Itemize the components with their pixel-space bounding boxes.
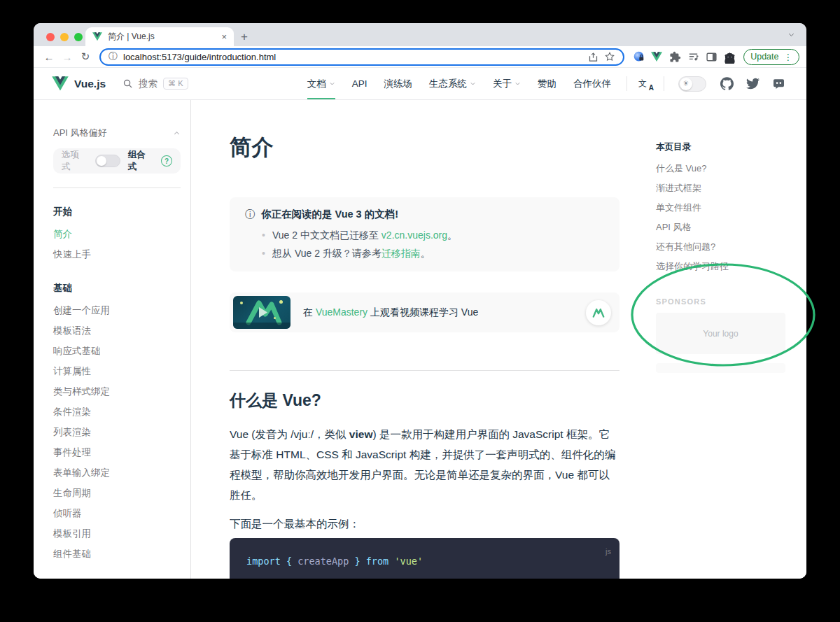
sidebar: API 风格偏好 选项式 组合式 ? 开始简介快速上手基础创建一个应用模板语法响…	[34, 100, 191, 579]
sponsor-placeholder[interactable]: Your logo	[656, 313, 785, 354]
traffic-lights	[46, 33, 83, 41]
tab-strip: 简介 | Vue.js × +	[34, 23, 806, 46]
new-tab-button[interactable]: +	[234, 27, 255, 46]
sidebar-item[interactable]: 快速上手	[53, 244, 181, 264]
toc-aside: 本页目录 什么是 Vue?渐进式框架单文件组件API 风格还有其他问题?选择你的…	[620, 100, 806, 579]
vuemastery-link[interactable]: VueMastery	[316, 306, 368, 318]
tab-search-chevron-icon[interactable]	[788, 31, 795, 38]
sidebar-item[interactable]: 组件基础	[53, 544, 181, 564]
vue-devtools-extension-icon[interactable]	[648, 48, 665, 65]
profile-avatar[interactable]	[721, 48, 738, 65]
info-link[interactable]: v2.cn.vuejs.org	[382, 229, 447, 241]
vue-logo[interactable]: Vue.js	[52, 68, 106, 99]
sidebar-item[interactable]: 计算属性	[53, 361, 181, 381]
composition-api-label[interactable]: 组合式	[128, 149, 154, 173]
nav-item[interactable]: 赞助	[529, 68, 565, 99]
vuemastery-logo-icon	[586, 300, 611, 325]
vuemastery-banner[interactable]: 在 VueMastery 上观看视频课程学习 Vue	[230, 292, 620, 332]
reload-button[interactable]: ↻	[77, 50, 94, 63]
sidebar-item[interactable]: 类与样式绑定	[53, 381, 181, 402]
sun-icon: ☀	[680, 78, 692, 90]
sponsors-label: SPONSORS	[656, 297, 806, 306]
info-bullet: 想从 Vue 2 升级？请参考迁移指南。	[262, 244, 604, 262]
github-link[interactable]	[720, 77, 734, 90]
sidebar-item[interactable]: 简介	[53, 224, 181, 244]
bookmark-star-icon[interactable]	[604, 51, 615, 62]
main-content: 简介 ⓘ 你正在阅读的是 Vue 3 的文档! Vue 2 中文文档已迁移至 v…	[191, 100, 620, 579]
info-link[interactable]: 迁移指南	[382, 248, 421, 259]
search-button[interactable]: 搜索 ⌘ K	[122, 68, 188, 99]
nav-item[interactable]: 演练场	[376, 68, 421, 99]
api-preference-header[interactable]: API 风格偏好	[53, 127, 181, 139]
sidebar-item[interactable]: 表单输入绑定	[53, 462, 181, 483]
sidebar-item[interactable]: 条件渲染	[53, 402, 181, 422]
chevron-down-icon	[329, 80, 335, 87]
sidebar-item[interactable]: 生命周期	[53, 483, 181, 503]
info-bullet-list: Vue 2 中文文档已迁移至 v2.cn.vuejs.org。想从 Vue 2 …	[262, 226, 604, 262]
help-icon[interactable]: ?	[161, 155, 172, 167]
nav-item[interactable]: 生态系统	[421, 68, 484, 99]
language-switch-button[interactable]: 文A	[634, 68, 657, 99]
code-line: import { createApp } from 'vue'	[246, 553, 603, 570]
extensions-puzzle-icon[interactable]	[666, 48, 683, 65]
toc-item[interactable]: API 风格	[656, 218, 806, 237]
toc-item[interactable]: 什么是 Vue?	[656, 159, 806, 178]
sidebar-group-title: 开始	[53, 206, 181, 218]
info-icon: ⓘ	[245, 208, 255, 221]
toc-item[interactable]: 单文件组件	[656, 198, 806, 218]
discord-link[interactable]	[772, 77, 785, 90]
github-icon	[720, 77, 734, 90]
search-icon	[122, 78, 133, 89]
zoom-window-button[interactable]	[74, 33, 83, 41]
site-info-icon[interactable]: ⓘ	[108, 50, 118, 63]
options-api-label[interactable]: 选项式	[62, 149, 88, 173]
sidebar-item[interactable]: 事件处理	[53, 442, 181, 462]
update-label: Update	[750, 52, 778, 62]
sidebar-item[interactable]: 响应式基础	[53, 341, 181, 361]
example-lead-paragraph: 下面是一个最基本的示例：	[230, 514, 620, 534]
info-title: 你正在阅读的是 Vue 3 的文档!	[261, 208, 398, 221]
url-text[interactable]: localhost:5173/guide/introduction.html	[123, 52, 582, 62]
close-window-button[interactable]	[46, 33, 55, 41]
sidebar-divider	[53, 188, 181, 188]
minimize-window-button[interactable]	[60, 33, 69, 41]
share-icon[interactable]	[588, 52, 598, 62]
browser-tab[interactable]: 简介 | Vue.js ×	[85, 27, 234, 46]
back-button[interactable]: ←	[41, 51, 57, 63]
tab-close-icon[interactable]: ×	[221, 32, 227, 41]
search-shortcut-badge: ⌘ K	[163, 78, 188, 90]
info-custom-block: ⓘ 你正在阅读的是 Vue 3 的文档! Vue 2 中文文档已迁移至 v2.c…	[230, 197, 620, 271]
toc-item[interactable]: 还有其他问题?	[656, 237, 806, 257]
video-thumbnail[interactable]	[233, 296, 290, 329]
nav-item[interactable]: API	[344, 68, 376, 99]
forward-button[interactable]: →	[59, 51, 76, 63]
header-nav: 文档API演练场生态系统关于赞助合作伙伴	[299, 68, 620, 99]
nav-item[interactable]: 关于	[484, 68, 529, 99]
address-bar[interactable]: ⓘ localhost:5173/guide/introduction.html	[99, 48, 624, 66]
toc-item[interactable]: 选择你的学习路径	[656, 257, 806, 276]
collapse-chevron-icon	[173, 129, 181, 137]
tab-favicon-vue-icon	[92, 32, 102, 41]
twitter-link[interactable]	[746, 77, 760, 90]
chrome-update-button[interactable]: Update ⋮	[743, 49, 799, 65]
chevron-down-icon	[514, 80, 521, 87]
kebab-menu-icon[interactable]: ⋮	[784, 52, 793, 62]
section-heading[interactable]: 什么是 Vue?	[230, 389, 620, 411]
sidebar-item[interactable]: 模板语法	[53, 320, 181, 341]
section-divider	[230, 370, 620, 371]
sidebar-item[interactable]: 模板引用	[53, 523, 181, 544]
vpn-extension-icon[interactable]	[630, 48, 647, 65]
toc-item[interactable]: 渐进式框架	[656, 178, 806, 198]
reading-list-extension-icon[interactable]	[685, 48, 701, 65]
sidebar-item[interactable]: 列表渲染	[53, 422, 181, 442]
api-style-toggle[interactable]	[95, 155, 120, 167]
nav-item[interactable]: 合作伙伴	[565, 68, 620, 99]
sidebar-item[interactable]: 创建一个应用	[53, 300, 181, 320]
code-block[interactable]: js import { createApp } from 'vue' creat…	[230, 538, 620, 579]
sidebar-item[interactable]: 侦听器	[53, 503, 181, 523]
side-panel-icon[interactable]	[703, 48, 720, 65]
nav-item[interactable]: 文档	[299, 68, 344, 99]
theme-toggle[interactable]: ☀	[671, 68, 713, 99]
browser-window: 简介 | Vue.js × + ← → ↻ ⓘ localhost:5173/g…	[34, 23, 806, 579]
search-label: 搜索	[139, 78, 158, 90]
